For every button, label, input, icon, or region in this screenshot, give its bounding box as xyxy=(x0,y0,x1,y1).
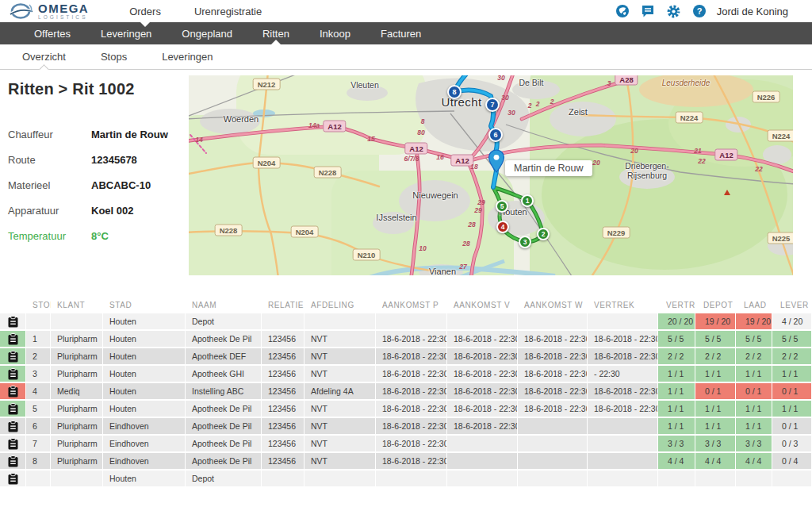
cell-ap xyxy=(376,471,447,488)
cell-stad: Houten xyxy=(103,383,186,401)
help-icon[interactable]: ? xyxy=(692,4,707,18)
table-row[interactable]: 6PluripharmEindhovenApotheek De Pil12345… xyxy=(0,418,812,436)
stop-status-cell[interactable] xyxy=(0,383,26,401)
clipboard-icon[interactable] xyxy=(8,333,18,345)
chat-icon[interactable] xyxy=(641,4,655,18)
stop-status-cell[interactable] xyxy=(0,436,26,453)
gear-icon[interactable] xyxy=(666,4,681,19)
stop-marker-6[interactable]: 6 xyxy=(488,128,503,142)
field-label: Materieel xyxy=(8,179,91,191)
cell-vertrek xyxy=(588,418,658,436)
count-cell-laad: 2 / 2 xyxy=(736,348,772,366)
cell-vertrek xyxy=(588,471,658,488)
count-cell-depot: 1 / 1 xyxy=(695,401,736,418)
count-cell-vertrek xyxy=(658,471,695,488)
cell-av: 18-6-2018 - 22:30 xyxy=(447,366,518,383)
cell-klant: Pluripharm xyxy=(51,366,103,383)
logo-subtitle: LOGISTICS xyxy=(38,15,89,21)
cell-klant: Pluripharm xyxy=(51,453,103,471)
globe-icon[interactable] xyxy=(615,4,630,18)
stop-status-cell[interactable] xyxy=(0,471,26,488)
cell-stad: Eindhoven xyxy=(103,453,186,471)
table-row[interactable]: 7PluripharmEindhovenApotheek De Pil12345… xyxy=(0,436,812,453)
column-header-klant: KLANT xyxy=(51,296,103,313)
stop-marker-5[interactable]: 5 xyxy=(496,200,508,213)
clipboard-icon[interactable] xyxy=(8,351,18,363)
count-cell-laad: 1 / 1 xyxy=(736,401,772,418)
menu-item-inkoop[interactable]: Inkoop xyxy=(304,22,366,44)
cell-stop: 8 xyxy=(26,453,51,471)
column-header-relatie-: RELATIE # xyxy=(262,296,304,313)
vehicle-pin-icon[interactable] xyxy=(488,149,505,173)
count-cell-laad: 3 / 3 xyxy=(736,436,772,453)
menu-item-ongepland[interactable]: Ongepland xyxy=(167,22,247,44)
menu-item-facturen[interactable]: Facturen xyxy=(366,22,436,44)
column-header-stop: STOP xyxy=(26,296,51,313)
table-row[interactable]: 2PluripharmHoutenApotheek DEF123456NVT18… xyxy=(0,348,812,366)
cell-av: 18-6-2018 - 22:30 xyxy=(447,331,518,348)
clipboard-icon[interactable] xyxy=(8,455,18,467)
table-row[interactable]: 5PluripharmHoutenApotheek De Pil123456NV… xyxy=(0,401,812,418)
clipboard-icon[interactable] xyxy=(8,316,18,328)
stop-status-cell[interactable] xyxy=(0,313,26,331)
cell-naam: Depot xyxy=(186,313,262,331)
count-cell-laad: 1 / 1 xyxy=(736,366,772,383)
menu-item-offertes[interactable]: Offertes xyxy=(19,22,86,44)
stop-status-cell[interactable] xyxy=(0,331,26,348)
current-user[interactable]: Jordi de Koning xyxy=(717,6,788,17)
clipboard-icon[interactable] xyxy=(8,403,18,415)
cell-stad: Houten xyxy=(103,313,186,331)
count-cell-laad: 5 / 5 xyxy=(736,331,772,348)
count-cell-lever: 0 / 3 xyxy=(772,436,812,453)
count-cell-lever: 0 / 4 xyxy=(772,453,812,471)
count-cell-lever: 4 / 20 xyxy=(772,313,812,331)
table-row[interactable]: HoutenDepot xyxy=(0,471,812,488)
stop-status-cell[interactable] xyxy=(0,366,26,383)
table-row[interactable]: 4MediqHoutenInstelling ABC123456Afdeling… xyxy=(0,383,812,401)
table-row[interactable]: 1PluripharmHoutenApotheek De Pil123456NV… xyxy=(0,331,812,348)
column-header-lever: LEVER xyxy=(772,296,812,313)
count-cell-lever xyxy=(772,471,812,488)
clipboard-icon[interactable] xyxy=(8,473,18,485)
stop-status-cell[interactable] xyxy=(0,401,26,418)
cell-naam: Depot xyxy=(186,471,262,488)
cell-afdeling: NVT xyxy=(304,418,376,436)
stop-status-cell[interactable] xyxy=(0,348,26,366)
column-header-aankomst-v: AANKOMST V xyxy=(447,296,518,313)
clipboard-icon[interactable] xyxy=(8,386,18,398)
cell-naam: Apotheek DEF xyxy=(186,348,262,366)
cell-naam: Apotheek De Pil xyxy=(186,418,262,436)
stop-marker-4[interactable]: 4 xyxy=(496,221,509,233)
menu-item-leveringen[interactable]: Leveringen xyxy=(86,22,167,44)
count-cell-vertrek: 1 / 1 xyxy=(658,418,695,436)
stop-marker-3[interactable]: 3 xyxy=(519,236,531,248)
menu-item-ritten[interactable]: Ritten xyxy=(247,22,304,44)
nav-item-urenregistratie[interactable]: Urenregistratie xyxy=(178,0,278,22)
stop-marker-7[interactable]: 7 xyxy=(485,98,500,112)
stop-status-cell[interactable] xyxy=(0,418,26,436)
count-cell-lever: 2 / 2 xyxy=(772,348,812,366)
tab-overzicht[interactable]: Overzicht xyxy=(16,44,72,70)
table-row[interactable]: HoutenDepot20 / 2019 / 2019 / 204 / 20 xyxy=(0,313,812,331)
cell-stop: 4 xyxy=(26,383,51,401)
table-row[interactable]: 3PluripharmHoutenApotheek GHI123456NVT18… xyxy=(0,366,812,383)
clipboard-icon[interactable] xyxy=(8,421,18,432)
stop-status-cell[interactable] xyxy=(0,453,26,471)
stop-marker-2[interactable]: 2 xyxy=(537,228,550,240)
field-materieel: Materieel ABCABC-10 xyxy=(8,172,187,198)
stop-marker-1[interactable]: 1 xyxy=(521,194,534,207)
clipboard-icon[interactable] xyxy=(8,368,18,380)
cell-relatie: 123456 xyxy=(262,331,304,348)
count-cell-depot: 1 / 1 xyxy=(695,366,736,383)
cell-stad: Eindhoven xyxy=(103,436,186,453)
count-cell-lever: 1 / 1 xyxy=(772,366,812,383)
clipboard-icon[interactable] xyxy=(8,438,18,450)
tab-leveringen[interactable]: Leveringen xyxy=(155,44,219,70)
cell-aw: 18-6-2018 - 22:30 xyxy=(518,383,588,401)
nav-item-orders[interactable]: Orders xyxy=(113,0,178,22)
tab-stops[interactable]: Stops xyxy=(94,44,133,70)
table-row[interactable]: 8PluripharmEindhovenApotheek De Pil12345… xyxy=(0,453,812,471)
stop-marker-8[interactable]: 8 xyxy=(447,85,462,99)
cell-av xyxy=(447,453,518,471)
route-map[interactable]: WoerdenVleutenUtrechtDe BiltZeistDrieber… xyxy=(189,75,793,275)
